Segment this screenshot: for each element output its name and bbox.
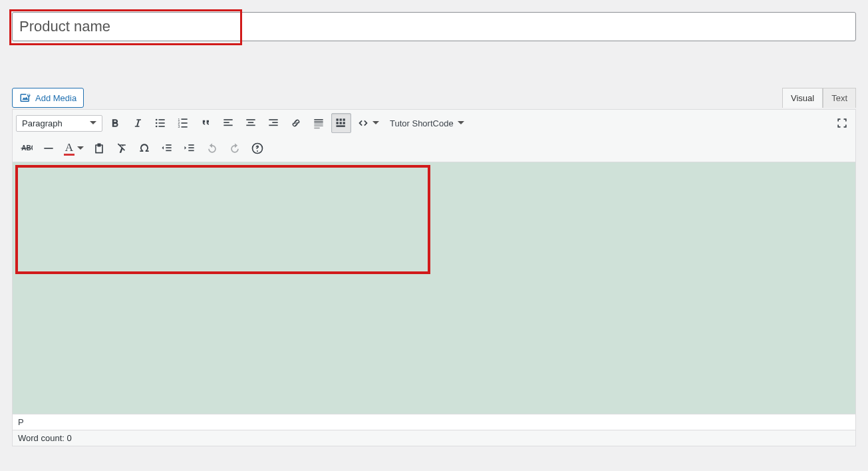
svg-point-2 xyxy=(156,126,158,128)
svg-rect-40 xyxy=(188,144,194,146)
align-left-button[interactable] xyxy=(218,113,238,133)
align-center-button[interactable] xyxy=(241,113,261,133)
svg-rect-25 xyxy=(314,125,323,126)
svg-rect-22 xyxy=(314,119,323,120)
text-color-icon: A xyxy=(65,142,73,153)
product-name-input[interactable] xyxy=(12,12,856,41)
svg-rect-18 xyxy=(246,125,255,126)
toolbar-toggle-button[interactable] xyxy=(331,113,351,133)
svg-rect-29 xyxy=(343,118,345,120)
blockquote-button[interactable] xyxy=(196,113,216,133)
svg-rect-4 xyxy=(159,122,165,124)
svg-rect-32 xyxy=(343,122,345,124)
svg-rect-28 xyxy=(340,118,342,120)
svg-rect-20 xyxy=(272,122,277,123)
tab-text[interactable]: Text xyxy=(823,88,856,108)
svg-rect-13 xyxy=(223,122,229,123)
align-right-button[interactable] xyxy=(263,113,283,133)
insert-more-button[interactable] xyxy=(309,113,329,133)
element-path[interactable]: P xyxy=(13,414,855,430)
bullet-list-button[interactable] xyxy=(150,113,170,133)
editor-content-area[interactable] xyxy=(13,162,855,414)
highlight-box-body xyxy=(15,165,430,274)
clear-format-button[interactable] xyxy=(112,138,132,158)
format-select[interactable]: Paragraph xyxy=(16,115,102,132)
svg-rect-3 xyxy=(159,119,165,120)
svg-rect-24 xyxy=(314,124,323,124)
svg-rect-12 xyxy=(223,119,232,120)
redo-button[interactable] xyxy=(225,138,245,158)
editor-toolbar: Paragraph 123 Tutor ShortCode xyxy=(13,110,855,162)
editor-container: Paragraph 123 Tutor ShortCode xyxy=(12,109,856,446)
svg-rect-41 xyxy=(188,147,194,148)
tutor-shortcode-label: Tutor ShortCode xyxy=(390,118,454,128)
horizontal-rule-button[interactable] xyxy=(39,138,59,158)
chevron-down-icon xyxy=(372,121,379,128)
undo-button[interactable] xyxy=(202,138,222,158)
add-media-label: Add Media xyxy=(35,93,76,103)
svg-rect-36 xyxy=(44,148,53,149)
indent-button[interactable] xyxy=(180,138,200,158)
text-color-button[interactable]: A xyxy=(61,138,86,158)
svg-rect-10 xyxy=(182,122,188,124)
svg-rect-5 xyxy=(159,126,165,127)
format-select-label: Paragraph xyxy=(22,118,63,128)
link-button[interactable] xyxy=(286,113,306,133)
outdent-button[interactable] xyxy=(157,138,177,158)
fullscreen-button[interactable] xyxy=(832,113,852,133)
svg-rect-26 xyxy=(314,128,319,129)
svg-rect-37 xyxy=(166,144,171,146)
svg-text:3: 3 xyxy=(178,124,180,128)
svg-point-1 xyxy=(156,122,158,124)
svg-rect-9 xyxy=(182,118,188,120)
svg-rect-42 xyxy=(188,150,194,152)
svg-point-0 xyxy=(156,119,158,121)
code-button[interactable] xyxy=(354,113,382,133)
color-swatch xyxy=(64,154,74,156)
strikethrough-button[interactable]: ABC xyxy=(16,138,36,158)
svg-rect-11 xyxy=(182,126,188,128)
svg-rect-21 xyxy=(269,125,277,126)
svg-rect-35 xyxy=(21,148,31,148)
editor-tabs: Visual Text xyxy=(782,88,856,108)
svg-rect-31 xyxy=(340,122,342,124)
paste-text-button[interactable] xyxy=(89,138,109,158)
svg-rect-27 xyxy=(337,118,339,120)
svg-rect-30 xyxy=(337,122,339,124)
add-media-button[interactable]: Add Media xyxy=(12,88,84,108)
word-count: Word count: 0 xyxy=(13,430,855,446)
svg-rect-33 xyxy=(337,125,345,127)
svg-rect-14 xyxy=(223,125,232,126)
svg-rect-23 xyxy=(314,122,323,123)
svg-rect-17 xyxy=(248,122,253,123)
media-icon xyxy=(19,92,31,104)
italic-button[interactable] xyxy=(128,113,148,133)
chevron-down-icon xyxy=(77,146,84,153)
numbered-list-button[interactable]: 123 xyxy=(173,113,193,133)
tab-visual[interactable]: Visual xyxy=(782,88,823,108)
special-char-button[interactable] xyxy=(134,138,154,158)
bold-button[interactable] xyxy=(105,113,125,133)
chevron-down-icon xyxy=(458,121,464,128)
svg-rect-38 xyxy=(166,147,171,148)
help-button[interactable] xyxy=(247,138,267,158)
svg-rect-19 xyxy=(269,119,277,120)
svg-rect-39 xyxy=(166,150,171,152)
tutor-shortcode-button[interactable]: Tutor ShortCode xyxy=(384,116,470,131)
svg-rect-16 xyxy=(246,119,255,120)
